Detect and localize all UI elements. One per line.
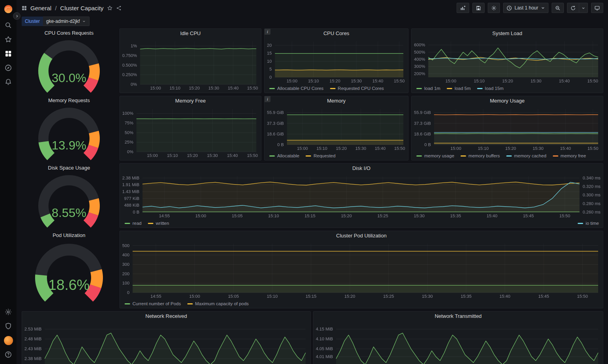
- help-icon[interactable]: [0, 347, 17, 362]
- legend-item[interactable]: Allocatable: [269, 153, 299, 158]
- legend-swatch: [447, 88, 452, 89]
- cluster-variable[interactable]: Cluster gke-admin-d2jkf: [22, 17, 90, 26]
- time-range-picker[interactable]: Last 1 hour: [503, 3, 548, 13]
- memory-usage-chart[interactable]: [413, 106, 601, 151]
- panel-disk-space-usage: Disk Space Usage: [22, 163, 116, 228]
- legend-item[interactable]: Allocatable CPU Cores: [269, 86, 324, 91]
- panel-cpu-cores: i CPU Cores Allocatable CPU CoresRequest…: [264, 28, 408, 93]
- panel-title[interactable]: Memory Usage: [412, 96, 603, 106]
- search-icon[interactable]: [0, 18, 17, 32]
- legend-item[interactable]: io time: [578, 221, 599, 226]
- panel-system-load: System Load load 1mload 5mload 15m: [411, 28, 603, 93]
- legend-label: memory buffers: [468, 153, 500, 158]
- chevron-down-icon: [581, 6, 586, 10]
- chevron-right-icon: [15, 14, 19, 18]
- share-icon[interactable]: [116, 5, 122, 11]
- panel-title[interactable]: Memory Requests: [22, 96, 116, 105]
- disk-io-chart[interactable]: [121, 173, 601, 219]
- add-panel-icon: [460, 5, 466, 11]
- cluster-variable-label: Cluster: [22, 17, 43, 26]
- panel-info-icon[interactable]: i: [265, 96, 270, 102]
- legend-item[interactable]: Requested CPU Cores: [330, 86, 384, 91]
- legend-item[interactable]: load 15m: [477, 86, 504, 91]
- save-dashboard-button[interactable]: [472, 3, 485, 13]
- legend-item[interactable]: load 5m: [447, 86, 471, 91]
- panel-title[interactable]: Network Received: [22, 312, 310, 321]
- config-gear-icon[interactable]: [0, 305, 17, 319]
- admin-shield-icon[interactable]: [0, 319, 17, 333]
- legend-swatch: [553, 155, 558, 157]
- legend-item[interactable]: read: [125, 221, 142, 226]
- sidebar-expand-button[interactable]: [13, 12, 21, 20]
- legend-swatch: [269, 88, 275, 89]
- dashboard-settings-button[interactable]: [488, 3, 500, 13]
- network-received-chart[interactable]: [24, 321, 309, 364]
- panel-title[interactable]: Pod Utilization: [22, 231, 116, 240]
- refresh-button[interactable]: [567, 3, 579, 13]
- legend-swatch: [125, 303, 130, 304]
- legend-item[interactable]: Current number of Pods: [125, 301, 181, 306]
- clock-icon: [506, 5, 512, 11]
- legend-item[interactable]: load 1m: [416, 86, 440, 91]
- panel-title[interactable]: Idle CPU: [120, 29, 261, 38]
- cluster-value-text: gke-admin-d2jkf: [46, 19, 80, 24]
- legend-swatch: [269, 155, 275, 157]
- network-transmitted-chart[interactable]: [315, 321, 601, 364]
- memory-free-chart[interactable]: [121, 106, 259, 159]
- time-range-label: Last 1 hour: [515, 5, 538, 11]
- panel-title[interactable]: CPU Cores: [265, 29, 408, 38]
- cluster-pod-utilization-chart[interactable]: [121, 241, 601, 299]
- legend-item[interactable]: written: [148, 221, 169, 226]
- save-icon: [476, 5, 481, 11]
- starred-icon[interactable]: [0, 32, 17, 47]
- legend-item[interactable]: memory buffers: [461, 153, 500, 158]
- cluster-variable-value[interactable]: gke-admin-d2jkf: [43, 17, 90, 26]
- idle-cpu-chart[interactable]: [121, 38, 259, 91]
- breadcrumb: General / Cluster Capacity: [21, 5, 122, 11]
- panel-title[interactable]: Network Transmitted: [313, 312, 603, 321]
- legend-item[interactable]: Requested: [306, 153, 336, 158]
- star-dashboard-icon[interactable]: [107, 5, 113, 11]
- panel-title[interactable]: Memory: [265, 96, 408, 106]
- legend-label: memory cached: [514, 153, 546, 158]
- panel-memory-requests: Memory Requests: [22, 96, 116, 161]
- legend-swatch: [187, 303, 193, 304]
- breadcrumb-separator: /: [54, 5, 57, 11]
- legend-swatch: [416, 88, 422, 89]
- legend-item[interactable]: Maximum capacity of pods: [187, 301, 249, 306]
- refresh-interval-button[interactable]: [579, 3, 588, 13]
- legend-label: load 15m: [485, 86, 504, 91]
- legend-item[interactable]: memory usage: [416, 153, 454, 158]
- legend-label: load 1m: [424, 86, 440, 91]
- chevron-down-icon: [541, 6, 545, 10]
- user-avatar[interactable]: [0, 333, 17, 347]
- alerting-bell-icon[interactable]: [0, 75, 17, 89]
- legend-item[interactable]: memory cached: [506, 153, 546, 158]
- page-title[interactable]: Cluster Capacity: [60, 5, 104, 11]
- dashboards-icon[interactable]: [0, 47, 17, 61]
- legend-label: Current number of Pods: [132, 301, 181, 306]
- legend-swatch: [148, 223, 153, 224]
- system-load-chart[interactable]: [413, 38, 601, 84]
- legend-swatch: [416, 155, 422, 157]
- panel-title[interactable]: System Load: [412, 29, 603, 38]
- explore-icon[interactable]: [0, 61, 17, 75]
- panel-title[interactable]: Cluster Pod Utilization: [120, 231, 603, 241]
- zoom-out-button[interactable]: [552, 3, 564, 13]
- memory-chart[interactable]: [266, 106, 407, 151]
- cycle-view-mode-button[interactable]: [591, 3, 603, 13]
- cpu-cores-chart[interactable]: [266, 38, 407, 84]
- panel-title[interactable]: Disk Space Usage: [22, 163, 116, 173]
- panel-title[interactable]: Disk I/O: [120, 164, 603, 173]
- add-panel-button[interactable]: [457, 3, 469, 13]
- sidebar-bottom: [0, 305, 17, 362]
- panel-info-icon[interactable]: i: [265, 29, 270, 35]
- breadcrumb-folder[interactable]: General: [30, 5, 51, 11]
- panel-cluster-pod-utilization: Cluster Pod Utilization Current number o…: [119, 231, 603, 308]
- panel-title[interactable]: CPU Cores Requests: [22, 28, 116, 38]
- legend-item[interactable]: memory free: [553, 153, 586, 158]
- submenu: Cluster gke-admin-d2jkf: [17, 16, 608, 27]
- dashboards-grid-icon: [21, 5, 27, 11]
- legend-label: Requested: [313, 153, 336, 158]
- panel-title[interactable]: Memory Free: [120, 96, 261, 106]
